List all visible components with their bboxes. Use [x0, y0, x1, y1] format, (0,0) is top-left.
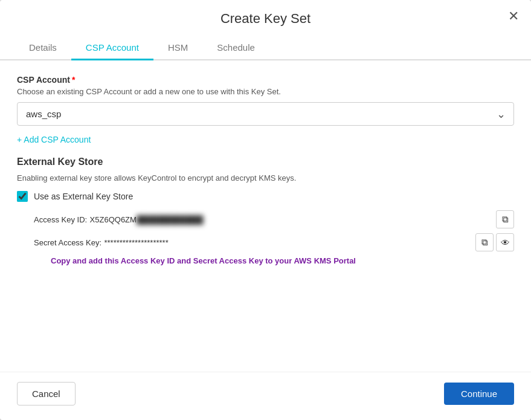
dialog-title: Create Key Set [220, 11, 311, 27]
secret-key-actions: ⧉ 👁 [475, 233, 514, 251]
tab-schedule[interactable]: Schedule [202, 36, 269, 60]
tab-csp-account[interactable]: CSP Account [71, 36, 153, 60]
eye-icon: 👁 [501, 237, 510, 248]
key-info-section: Access Key ID: X5Z6QQ6ZM████████████ ⧉ S… [34, 210, 514, 265]
copy-secret-key-button[interactable]: ⧉ [475, 233, 494, 251]
csp-select-wrapper: aws_csp ⌄ [17, 102, 514, 126]
copy-icon-2: ⧉ [481, 237, 488, 248]
dialog-header: Create Key Set ✕ [0, 0, 531, 27]
external-key-store-title: External Key Store [17, 157, 514, 167]
tab-details[interactable]: Details [14, 36, 71, 60]
use-external-key-store-checkbox[interactable] [17, 191, 28, 202]
add-csp-account-link[interactable]: + Add CSP Account [17, 135, 91, 144]
use-external-key-store-label[interactable]: Use as External Key Store [34, 192, 133, 201]
tab-hsm[interactable]: HSM [153, 36, 202, 60]
copy-icon: ⧉ [502, 214, 509, 225]
secret-key-label: Secret Access Key: [34, 238, 101, 247]
copy-access-key-button[interactable]: ⧉ [496, 210, 514, 228]
access-key-label: Access Key ID: [34, 215, 87, 224]
tab-bar: Details CSP Account HSM Schedule [0, 36, 531, 60]
secret-key-row: Secret Access Key: *********************… [34, 233, 514, 251]
show-secret-key-button[interactable]: 👁 [496, 233, 514, 251]
access-key-actions: ⧉ [496, 210, 514, 228]
use-external-key-store-row: Use as External Key Store [17, 191, 514, 202]
access-key-blurred: ████████████ [137, 215, 204, 224]
csp-account-label: CSP Account* [17, 75, 514, 85]
access-key-text: Access Key ID: X5Z6QQ6ZM████████████ [34, 214, 203, 225]
secret-key-value: ********************* [104, 238, 168, 247]
secret-key-text: Secret Access Key: ********************* [34, 237, 169, 248]
access-key-value: X5Z6QQ6ZM████████████ [90, 215, 204, 224]
csp-account-description: Choose an existing CSP Account or add a … [17, 87, 514, 96]
access-key-row: Access Key ID: X5Z6QQ6ZM████████████ ⧉ [34, 210, 514, 228]
dialog-footer: Cancel Continue [0, 372, 531, 420]
dialog-body: CSP Account* Choose an existing CSP Acco… [0, 60, 531, 372]
aws-kms-note: Copy and add this Access Key ID and Secr… [51, 256, 514, 265]
external-key-store-description: Enabling external key store allows KeyCo… [17, 173, 514, 183]
cancel-button[interactable]: Cancel [17, 382, 76, 405]
csp-account-select[interactable]: aws_csp [17, 102, 514, 126]
close-button[interactable]: ✕ [508, 10, 519, 23]
continue-button[interactable]: Continue [444, 383, 514, 405]
create-key-set-dialog: Create Key Set ✕ Details CSP Account HSM… [0, 0, 531, 420]
